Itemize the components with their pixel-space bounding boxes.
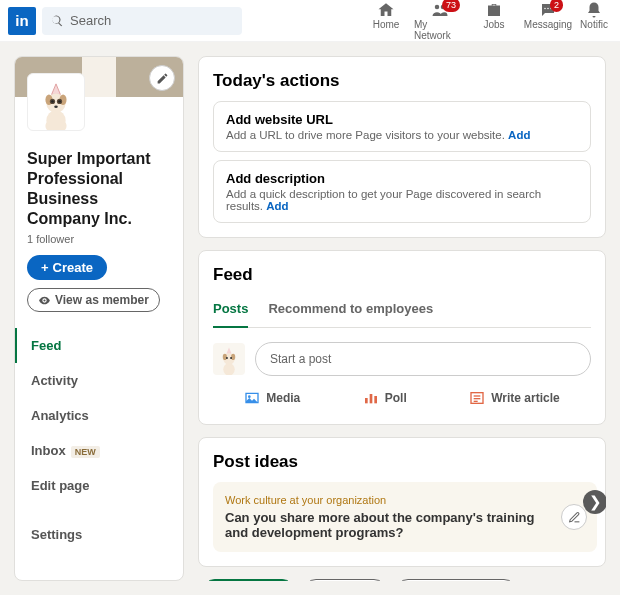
nav-home[interactable]: Home xyxy=(360,1,412,41)
feed-tabs: Posts Recommend to employees xyxy=(213,295,591,328)
nav-messaging[interactable]: 2 Messaging xyxy=(522,1,574,41)
media-button[interactable]: Media xyxy=(236,386,308,410)
svg-point-24 xyxy=(223,363,234,375)
svg-point-23 xyxy=(230,357,232,359)
page-avatar[interactable] xyxy=(27,73,85,131)
action-title: Add description xyxy=(226,171,578,186)
start-post-input[interactable]: Start a post xyxy=(255,342,591,376)
idea-question: Can you share more about the company's t… xyxy=(225,510,585,540)
svg-rect-26 xyxy=(365,398,368,403)
tab-recommend[interactable]: Recommend to employees xyxy=(268,295,433,328)
nav-jobs[interactable]: Jobs xyxy=(468,1,520,41)
feed-filters: Page posts Following Employee posts xyxy=(198,579,606,581)
add-link[interactable]: Add xyxy=(508,129,530,141)
filter-following[interactable]: Following xyxy=(303,579,387,581)
new-badge: NEW xyxy=(71,446,100,458)
svg-point-11 xyxy=(51,100,54,103)
poll-button[interactable]: Poll xyxy=(355,386,415,410)
svg-point-13 xyxy=(54,105,58,108)
svg-point-12 xyxy=(58,100,61,103)
top-nav: in Search Home 73 My Network Jobs 2 Mess… xyxy=(0,0,620,42)
badge-network: 73 xyxy=(442,0,460,12)
svg-point-25 xyxy=(248,395,251,398)
add-link[interactable]: Add xyxy=(266,200,288,212)
filter-employee-posts[interactable]: Employee posts xyxy=(395,579,517,581)
nav-notif-label: Notific xyxy=(580,19,608,30)
page-title: Super Important Professional Business Co… xyxy=(27,149,171,229)
post-ideas-card: Post ideas Work culture at your organiza… xyxy=(198,437,606,567)
svg-point-20 xyxy=(223,354,227,360)
svg-point-22 xyxy=(226,357,228,359)
sidebar-item-feed[interactable]: Feed xyxy=(15,328,183,363)
todays-actions-card: Today's actions Add website URL Add a UR… xyxy=(198,56,606,238)
chevron-right-icon: ❯ xyxy=(589,493,602,511)
sidebar-item-inbox[interactable]: InboxNEW xyxy=(15,433,183,468)
svg-marker-18 xyxy=(226,348,231,354)
compose-icon xyxy=(568,511,581,524)
nav-items: Home 73 My Network Jobs 2 Messaging Noti… xyxy=(360,1,612,41)
edit-idea-button[interactable] xyxy=(561,504,587,530)
nav-jobs-label: Jobs xyxy=(483,19,504,30)
svg-marker-5 xyxy=(52,84,61,95)
svg-point-17 xyxy=(43,299,45,301)
post-idea: Work culture at your organization Can yo… xyxy=(213,482,597,552)
create-button[interactable]: + Create xyxy=(27,255,107,280)
nav-network[interactable]: 73 My Network xyxy=(414,1,466,41)
poll-icon xyxy=(363,390,379,406)
bell-icon xyxy=(585,1,603,19)
plus-icon: + xyxy=(41,260,49,275)
home-icon xyxy=(377,1,395,19)
post-ideas-title: Post ideas xyxy=(213,452,597,472)
search-placeholder: Search xyxy=(70,13,111,28)
search-input[interactable]: Search xyxy=(42,7,242,35)
action-desc: Add a quick description to get your Page… xyxy=(226,188,578,212)
pencil-icon xyxy=(156,72,169,85)
feed-title: Feed xyxy=(213,265,591,285)
sidebar-item-settings[interactable]: Settings xyxy=(15,517,183,552)
nav-home-label: Home xyxy=(373,19,400,30)
feed-card: Feed Posts Recommend to employees Start … xyxy=(198,250,606,425)
nav-notifications[interactable]: Notific xyxy=(576,1,612,41)
action-add-website[interactable]: Add website URL Add a URL to drive more … xyxy=(213,101,591,152)
action-desc: Add a URL to drive more Page visitors to… xyxy=(226,129,578,141)
briefcase-icon xyxy=(485,1,503,19)
search-icon xyxy=(50,14,64,28)
write-article-button[interactable]: Write article xyxy=(461,386,567,410)
svg-point-3 xyxy=(547,7,549,9)
todays-actions-title: Today's actions xyxy=(213,71,591,91)
linkedin-logo[interactable]: in xyxy=(8,7,36,35)
tab-posts[interactable]: Posts xyxy=(213,295,248,328)
sidebar: Super Important Professional Business Co… xyxy=(14,56,184,581)
svg-point-0 xyxy=(435,4,440,9)
nav-network-label: My Network xyxy=(414,19,466,41)
edit-cover-button[interactable] xyxy=(149,65,175,91)
badge-messaging: 2 xyxy=(550,0,563,12)
svg-rect-28 xyxy=(374,396,377,403)
filter-page-posts[interactable]: Page posts xyxy=(202,579,295,581)
eye-icon xyxy=(38,294,51,307)
svg-rect-27 xyxy=(369,394,372,403)
composer-avatar xyxy=(213,343,245,375)
sidebar-item-edit-page[interactable]: Edit page xyxy=(15,468,183,503)
sidebar-menu: Feed Activity Analytics InboxNEW Edit pa… xyxy=(15,328,183,552)
svg-point-21 xyxy=(231,354,235,360)
avatar-image xyxy=(34,80,78,130)
article-icon xyxy=(469,390,485,406)
next-idea-button[interactable]: ❯ xyxy=(583,490,606,514)
sidebar-item-analytics[interactable]: Analytics xyxy=(15,398,183,433)
view-as-label: View as member xyxy=(55,293,149,307)
create-label: Create xyxy=(53,260,93,275)
nav-messaging-label: Messaging xyxy=(524,19,572,30)
follower-count: 1 follower xyxy=(27,233,171,245)
action-title: Add website URL xyxy=(226,112,578,127)
view-as-member-button[interactable]: View as member xyxy=(27,288,160,312)
media-icon xyxy=(244,390,260,406)
action-add-description[interactable]: Add description Add a quick description … xyxy=(213,160,591,223)
sidebar-item-activity[interactable]: Activity xyxy=(15,363,183,398)
idea-category: Work culture at your organization xyxy=(225,494,585,506)
svg-point-2 xyxy=(544,7,546,9)
